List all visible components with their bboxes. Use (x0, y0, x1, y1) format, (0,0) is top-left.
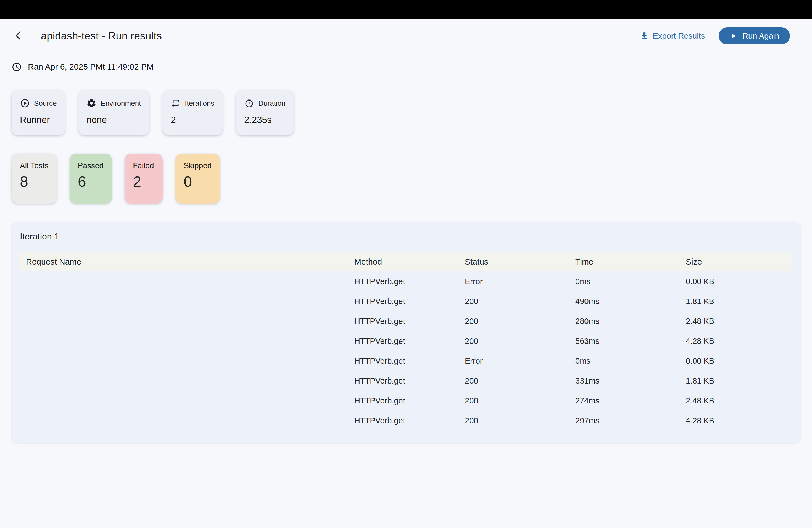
cell-method: HTTPVerb.get (354, 356, 465, 366)
cell-status: Error (465, 356, 575, 366)
cell-time: 331ms (575, 377, 686, 385)
run-again-button[interactable]: Run Again (719, 27, 790, 44)
info-card-environment: Environment none (78, 90, 149, 135)
back-chevron-icon (13, 30, 24, 42)
cell-method: HTTPVerb.get (354, 297, 465, 306)
run-results-page: apidash-test - Run results Export Result… (0, 27, 812, 443)
table-row[interactable]: HTTPVerb.get 200 331ms 1.81 KB (19, 371, 792, 391)
window-titlebar (0, 0, 812, 19)
cell-size: 2.48 KB (686, 317, 792, 326)
summary-card-failed: Failed 2 (125, 153, 163, 204)
info-card-label: Environment (101, 99, 141, 108)
cell-status: Error (465, 277, 575, 286)
export-results-button[interactable]: Export Results (640, 31, 705, 41)
gear-icon (86, 98, 97, 108)
header-actions: Export Results Run Again (640, 27, 790, 44)
table-row[interactable]: HTTPVerb.get Error 0ms 0.00 KB (19, 272, 792, 291)
column-header-status: Status (465, 257, 575, 266)
info-card-source: Source Runner (12, 90, 65, 135)
run-again-label: Run Again (742, 31, 779, 41)
results-table: Request NameMethodStatusTimeSize HTTPVer… (19, 252, 792, 430)
cell-time: 0ms (575, 356, 686, 366)
cell-time: 280ms (575, 317, 686, 326)
summary-card-value: 2 (133, 173, 155, 190)
cell-size: 4.28 KB (686, 337, 792, 346)
cell-status: 200 (465, 377, 575, 385)
table-header-row: Request NameMethodStatusTimeSize (19, 252, 792, 272)
play-icon (729, 32, 737, 40)
summary-card-value: 8 (20, 173, 48, 190)
cell-method: HTTPVerb.get (354, 377, 465, 385)
cell-size: 0.00 KB (686, 356, 792, 366)
run-timestamp-text: Ran Apr 6, 2025 PMt 11:49:02 PM (28, 62, 154, 72)
cell-size: 4.28 KB (686, 416, 792, 425)
summary-card-skipped: Skipped 0 (175, 153, 220, 204)
cell-status: 200 (465, 337, 575, 346)
table-body: HTTPVerb.get Error 0ms 0.00 KB HTTPVerb.… (19, 272, 792, 430)
cell-method: HTTPVerb.get (354, 317, 465, 326)
column-header-size: Size (686, 257, 792, 266)
table-row[interactable]: HTTPVerb.get 200 297ms 4.28 KB (19, 411, 792, 430)
iteration-title: Iteration 1 (19, 231, 792, 241)
summary-card-label: Failed (133, 161, 155, 170)
cell-size: 1.81 KB (686, 377, 792, 385)
summary-card-value: 6 (78, 173, 104, 190)
cell-method: HTTPVerb.get (354, 277, 465, 286)
summary-card-passed: Passed 6 (70, 153, 112, 204)
summary-card-all-tests: All Tests 8 (12, 153, 57, 204)
cell-time: 274ms (575, 396, 686, 406)
table-row[interactable]: HTTPVerb.get 200 274ms 2.48 KB (19, 391, 792, 411)
timer-icon (244, 98, 254, 108)
table-row[interactable]: HTTPVerb.get 200 563ms 4.28 KB (19, 331, 792, 351)
table-row[interactable]: HTTPVerb.get 200 280ms 2.48 KB (19, 311, 792, 331)
info-card-label: Duration (258, 99, 285, 108)
cell-time: 0ms (575, 277, 686, 286)
info-card-value: 2 (171, 115, 214, 125)
column-header-method: Method (354, 257, 465, 266)
iteration-panel: Iteration 1 Request NameMethodStatusTime… (12, 222, 801, 443)
cell-time: 297ms (575, 416, 686, 425)
download-icon (640, 31, 649, 41)
cell-time: 563ms (575, 337, 686, 346)
cell-status: 200 (465, 297, 575, 306)
summary-card-label: Skipped (184, 161, 212, 170)
info-card-duration: Duration 2.235s (236, 90, 294, 135)
cell-method: HTTPVerb.get (354, 337, 465, 346)
run-timestamp: Ran Apr 6, 2025 PMt 11:49:02 PM (12, 61, 800, 72)
info-card-iterations: Iterations 2 (162, 90, 222, 135)
cell-method: HTTPVerb.get (354, 416, 465, 425)
cell-time: 490ms (575, 297, 686, 306)
clock-icon (12, 62, 22, 72)
cell-size: 1.81 KB (686, 297, 792, 306)
cell-status: 200 (465, 317, 575, 326)
cell-size: 2.48 KB (686, 396, 792, 406)
info-card-value: none (86, 115, 141, 125)
back-button[interactable] (12, 29, 25, 43)
export-results-label: Export Results (653, 31, 705, 41)
cell-method: HTTPVerb.get (354, 396, 465, 406)
summary-card-value: 0 (184, 173, 212, 190)
table-row[interactable]: HTTPVerb.get Error 0ms 0.00 KB (19, 351, 792, 371)
repeat-icon (171, 98, 180, 108)
summary-card-label: All Tests (20, 161, 48, 170)
play-circle-icon (20, 98, 30, 108)
page-header: apidash-test - Run results Export Result… (12, 27, 800, 45)
info-card-value: Runner (20, 115, 57, 125)
test-summary-cards: All Tests 8 Passed 6 Failed 2 Skipped 0 (12, 153, 800, 204)
cell-status: 200 (465, 416, 575, 425)
page-title: apidash-test - Run results (41, 30, 162, 42)
info-card-label: Source (34, 99, 57, 108)
column-header-name: Request Name (19, 257, 354, 266)
column-header-time: Time (575, 257, 686, 266)
summary-card-label: Passed (78, 161, 104, 170)
cell-size: 0.00 KB (686, 277, 792, 286)
info-card-value: 2.235s (244, 115, 285, 125)
run-info-cards: Source Runner Environment none Iteration… (12, 90, 800, 135)
table-row[interactable]: HTTPVerb.get 200 490ms 1.81 KB (19, 291, 792, 311)
cell-status: 200 (465, 396, 575, 406)
info-card-label: Iterations (185, 99, 214, 108)
